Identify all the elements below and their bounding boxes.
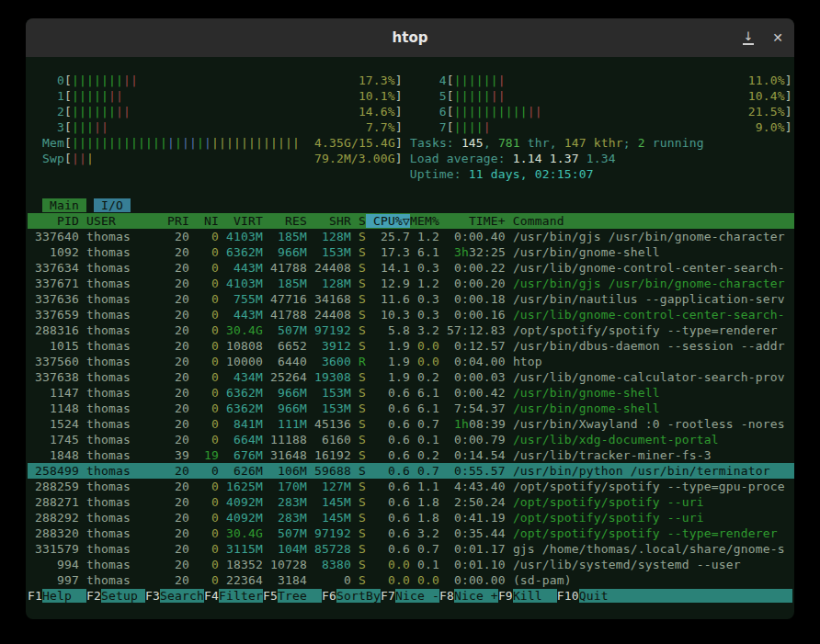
- cell-virt: 30.4G: [226, 526, 263, 540]
- column-header-ni[interactable]: NI: [189, 214, 219, 228]
- tab-main[interactable]: Main: [42, 198, 86, 212]
- fnkey-F3[interactable]: F3Search: [145, 589, 204, 603]
- cell-pid: 288320: [28, 526, 79, 540]
- cell-virt: 626M: [226, 464, 263, 478]
- cell-cmd: /usr/bin/dbus-daemon --session --addr: [513, 339, 785, 353]
- fnkey-F2[interactable]: F2Setup: [86, 589, 145, 603]
- cell-s: S: [359, 308, 366, 322]
- process-row-1147[interactable]: 1147 thomas 20 0 6362M 966M 153M S 0.6 6…: [28, 385, 794, 401]
- fnkey-F1[interactable]: F1Help: [28, 589, 86, 603]
- cell-res: 507M: [270, 526, 307, 540]
- process-row-331579[interactable]: 331579 thomas 20 0 3115M 104M 85728 S 0.…: [28, 541, 794, 557]
- process-row-337636[interactable]: 337636 thomas 20 0 755M 47716 34168 S 11…: [28, 291, 794, 307]
- column-header-cmd[interactable]: Command: [506, 214, 564, 228]
- tab-io[interactable]: I/O: [94, 198, 131, 212]
- cell-virt: 6362M: [226, 401, 263, 415]
- cell-cmd: /usr/bin/gnome-shell: [513, 386, 660, 400]
- titlebar[interactable]: htop ↓ ✕: [26, 18, 794, 57]
- cell-res: 41788: [270, 261, 307, 275]
- cell-s: S: [359, 339, 366, 353]
- process-row-337659[interactable]: 337659 thomas 20 0 443M 41788 24408 S 10…: [28, 307, 794, 322]
- cell-mem: 3.2: [410, 323, 439, 337]
- cell-pid: 337634: [28, 261, 79, 275]
- cell-user: thomas: [86, 308, 167, 322]
- cell-cpu: 0.6: [373, 401, 410, 415]
- column-header-virt[interactable]: VIRT: [219, 214, 263, 228]
- process-row-997[interactable]: 997 thomas 20 0 22364 3184 0 S 0.0 0.0 0…: [28, 572, 794, 588]
- column-header-mem[interactable]: MEM%: [410, 214, 439, 228]
- cell-pid: 1524: [28, 417, 79, 431]
- cell-time: 7:54.37: [439, 401, 506, 415]
- cell-cmd: /usr/bin/gnome-shell: [513, 401, 660, 415]
- process-row-288259[interactable]: 288259 thomas 20 0 1625M 170M 127M S 0.6…: [28, 479, 794, 494]
- process-row-selected-258499[interactable]: 258499 thomas 20 0 626M 106M 59688 S 0.6…: [28, 463, 794, 479]
- cell-res: 47716: [270, 292, 307, 306]
- process-row-337640[interactable]: 337640 thomas 20 0 4103M 185M 128M S 25.…: [28, 229, 794, 244]
- cell-cpu: 14.1: [373, 261, 410, 275]
- column-header-res[interactable]: RES: [263, 214, 307, 228]
- cell-mem: 6.1: [410, 245, 439, 259]
- fnkey-F6[interactable]: F6SortBy: [322, 589, 381, 603]
- fnkey-F9[interactable]: F9Kill: [498, 589, 557, 603]
- process-row-1015[interactable]: 1015 thomas 20 0 10808 6652 3912 S 1.9 0…: [28, 338, 794, 354]
- column-header-user[interactable]: USER: [79, 214, 167, 228]
- cell-res: 966M: [270, 401, 307, 415]
- column-header-pid[interactable]: PID: [28, 214, 79, 228]
- process-row-288316[interactable]: 288316 thomas 20 0 30.4G 507M 97192 S 5.…: [28, 322, 794, 338]
- download-button[interactable]: ↓: [735, 18, 761, 57]
- cell-user: thomas: [86, 355, 167, 368]
- cell-s: S: [359, 401, 366, 415]
- column-header-shr[interactable]: SHR: [307, 214, 351, 228]
- cell-virt: 4092M: [226, 495, 263, 509]
- fnkey-F4[interactable]: F4Filter: [204, 589, 263, 603]
- process-row-1745[interactable]: 1745 thomas 20 0 664M 11188 6160 S 0.6 0…: [28, 432, 794, 447]
- fnkey-F10[interactable]: F10Quit: [557, 589, 792, 603]
- cell-s: S: [359, 417, 366, 431]
- column-header-s[interactable]: S: [351, 214, 366, 228]
- fnkey-F5[interactable]: F5Tree: [263, 589, 322, 603]
- cell-ni: 0: [197, 323, 219, 337]
- process-row-288271[interactable]: 288271 thomas 20 0 4092M 283M 145M S 0.6…: [28, 494, 794, 510]
- cell-res: 283M: [270, 495, 307, 509]
- cell-virt: 841M: [226, 417, 263, 431]
- process-row-288320[interactable]: 288320 thomas 20 0 30.4G 507M 97192 S 0.…: [28, 525, 794, 541]
- process-row-994[interactable]: 994 thomas 20 0 18352 10728 8380 S 0.0 0…: [28, 557, 794, 572]
- process-row-1848[interactable]: 1848 thomas 39 19 676M 31648 16192 S 0.6…: [28, 447, 794, 463]
- cell-cmd: /usr/bin/python /usr/bin/terminator: [513, 464, 770, 478]
- close-button[interactable]: ✕: [765, 18, 791, 57]
- cell-ni: 0: [197, 401, 219, 415]
- process-row-1524[interactable]: 1524 thomas 20 0 841M 111M 45136 S 0.6 0…: [28, 416, 794, 432]
- fnkey-F7[interactable]: F7Nice -: [381, 589, 439, 603]
- column-header-pri[interactable]: PRI: [167, 214, 189, 228]
- column-header-time[interactable]: TIME+: [439, 214, 506, 228]
- process-row-337634[interactable]: 337634 thomas 20 0 443M 41788 24408 S 14…: [28, 260, 794, 276]
- process-row-337560[interactable]: 337560 thomas 20 0 10000 6440 3600 R 1.9…: [28, 354, 794, 369]
- process-row-337638[interactable]: 337638 thomas 20 0 434M 25264 19308 S 1.…: [28, 369, 794, 385]
- fnkey-F8[interactable]: F8Nice +: [439, 589, 498, 603]
- cell-virt: 4103M: [226, 277, 263, 290]
- cpu-meter-row-2: 2[|||||||| 14.6%] 6[|||||||||||| 21.5%]: [28, 104, 794, 119]
- column-header-cpu[interactable]: CPU%▽: [366, 214, 410, 228]
- process-row-1092[interactable]: 1092 thomas 20 0 6362M 966M 153M S 17.3 …: [28, 244, 794, 260]
- cell-shr: 16192: [314, 448, 351, 462]
- cell-user: thomas: [86, 261, 167, 275]
- meter-value: 10.4%: [748, 89, 785, 103]
- cell-time: 0:41.19: [439, 511, 506, 525]
- cell-cpu: 17.3: [373, 245, 410, 259]
- cell-user: thomas: [86, 558, 167, 571]
- meter-value: 7.7%: [366, 120, 395, 134]
- process-row-337671[interactable]: 337671 thomas 20 0 4103M 185M 128M S 12.…: [28, 276, 794, 291]
- cell-shr: 24408: [314, 261, 351, 275]
- cell-cmd: /usr/bin/nautilus --gapplication-serv: [513, 292, 785, 306]
- cell-shr: 97192: [314, 323, 351, 337]
- cell-pri: 20: [167, 339, 189, 353]
- cell-s: S: [359, 277, 366, 290]
- cell-res: 6652: [270, 339, 307, 353]
- cell-time: 0:35.44: [439, 526, 506, 540]
- process-row-288292[interactable]: 288292 thomas 20 0 4092M 283M 145M S 0.6…: [28, 510, 794, 525]
- meter-label: 4: [403, 73, 447, 87]
- cell-cpu: 0.0: [373, 573, 410, 587]
- cell-res: 6440: [270, 355, 307, 368]
- process-row-1148[interactable]: 1148 thomas 20 0 6362M 966M 153M S 0.6 6…: [28, 401, 794, 416]
- cell-ni: 0: [197, 261, 219, 275]
